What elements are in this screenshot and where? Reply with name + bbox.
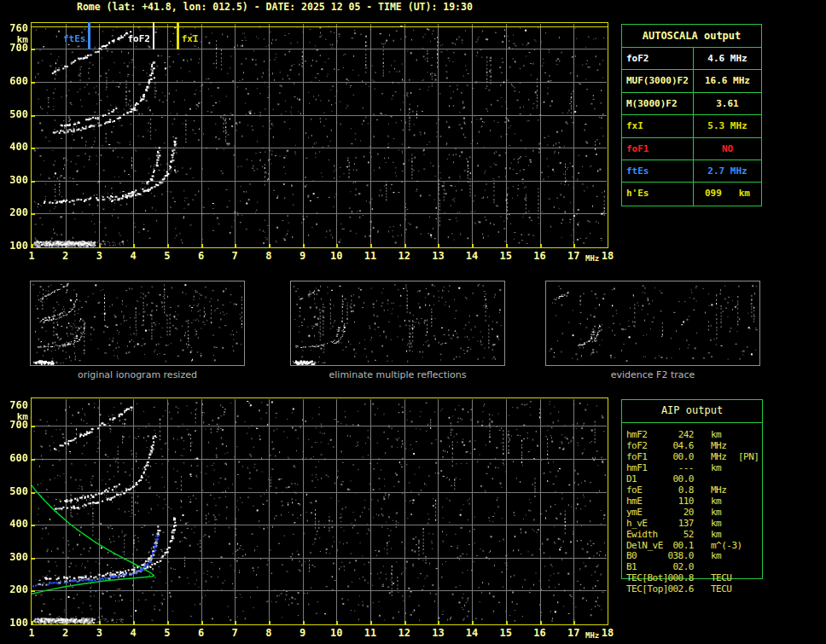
x-axis-tick-cv-bot-4: 4 bbox=[125, 628, 142, 639]
x-axis-tick-cv-bot-10: 10 bbox=[328, 628, 345, 639]
x-axis-tick-cv-bot-6: 6 bbox=[193, 628, 210, 639]
x-axis-unit-cv-bot: MHz bbox=[585, 631, 599, 640]
autoscala-param-name: fxI bbox=[622, 115, 694, 136]
x-axis-tick-cv-bot-2: 2 bbox=[57, 628, 74, 639]
autoscala-row-hEs: h'Es099 km bbox=[622, 183, 761, 205]
aip-row-B0: B0038.0km bbox=[626, 550, 763, 561]
aip-extra: [PN] bbox=[738, 451, 759, 462]
thumbnail-original-canvas bbox=[31, 281, 244, 365]
autoscala-param-name: foF2 bbox=[622, 48, 694, 69]
x-axis-unit-cv-top: MHz bbox=[585, 254, 599, 263]
aip-val: 002.6 bbox=[650, 583, 694, 595]
x-axis-tick-cv-bot-1: 1 bbox=[23, 628, 40, 639]
ionogram-top-canvas bbox=[32, 23, 608, 247]
aip-name: ymE bbox=[626, 507, 642, 518]
aip-val: 137 bbox=[650, 518, 694, 529]
x-axis-tick-cv-top-12: 12 bbox=[396, 251, 413, 262]
marker-label-ftEs: ftEs bbox=[60, 34, 85, 44]
y-axis-tick-cv-bot-200: 200 bbox=[5, 584, 28, 595]
aip-unit: MHz bbox=[711, 440, 726, 451]
aip-unit: km bbox=[711, 518, 721, 529]
aip-unit: m^(-3) bbox=[711, 540, 742, 551]
aip-header-divider bbox=[622, 422, 762, 423]
autoscala-param-name: MUF(3000)F2 bbox=[622, 70, 694, 91]
aip-row-DelNvE: DelN_vE00.1m^(-3) bbox=[626, 540, 763, 551]
x-axis-tick-cv-top-18: 18 bbox=[599, 251, 616, 262]
aip-unit: TECU bbox=[711, 583, 732, 595]
aip-unit: km bbox=[711, 507, 721, 518]
thumbnail-eliminate-canvas bbox=[291, 281, 504, 365]
autoscala-output-screen: { "title": "Rome (lat: +41.8, lon: 012.5… bbox=[0, 0, 826, 644]
thumbnail-caption-evidence: evidence F2 trace bbox=[545, 369, 760, 380]
aip-unit: km bbox=[711, 496, 721, 507]
aip-row-B1: B102.0 bbox=[626, 561, 763, 572]
autoscala-param-name: h'Es bbox=[622, 183, 694, 205]
aip-name: foE bbox=[626, 484, 642, 496]
autoscala-param-name: ftEs bbox=[622, 160, 694, 182]
x-axis-tick-cv-bot-8: 8 bbox=[260, 628, 277, 639]
x-axis-tick-cv-top-14: 14 bbox=[463, 251, 480, 262]
y-axis-tick-cv-top-200: 200 bbox=[5, 207, 28, 218]
aip-unit: km bbox=[711, 429, 721, 440]
aip-output-table: AIP output hmF2242kmfoF204.6MHzfoF100.0M… bbox=[621, 399, 763, 579]
aip-name: B1 bbox=[626, 561, 637, 572]
aip-name: h_vE bbox=[626, 518, 648, 529]
aip-val: 242 bbox=[650, 429, 694, 440]
aip-row-hvE: h_vE137km bbox=[626, 518, 763, 529]
y-axis-tick-cv-bot-700: 700 bbox=[5, 420, 28, 431]
y-axis-tick-cv-top-600: 600 bbox=[5, 76, 28, 87]
aip-name: D1 bbox=[626, 473, 637, 484]
aip-val: 038.0 bbox=[650, 550, 694, 561]
aip-unit: TECU bbox=[711, 572, 732, 583]
aip-unit: MHz bbox=[711, 451, 726, 462]
autoscala-param-value: 16.6 MHz bbox=[694, 70, 761, 91]
autoscala-table-body: foF24.6 MHzMUF(3000)F216.6 MHzM(3000)F23… bbox=[622, 48, 761, 206]
y-axis-tick-cv-bot-600: 600 bbox=[5, 453, 28, 464]
thumbnail-original-ionogram bbox=[30, 281, 245, 366]
x-axis-tick-cv-top-4: 4 bbox=[125, 251, 142, 262]
aip-row-foE: foE0.8MHz bbox=[626, 484, 763, 496]
aip-row-foF2: foF204.6MHz bbox=[626, 440, 763, 451]
y-axis-tick-cv-bot-760: 760 bbox=[5, 400, 28, 411]
station-title: Rome (lat: +41.8, lon: 012.5) - DATE: 20… bbox=[77, 1, 473, 13]
aip-val: 20 bbox=[650, 507, 694, 518]
aip-val: 04.6 bbox=[650, 440, 694, 451]
aip-val: 00.0 bbox=[650, 473, 694, 484]
ionogram-top-plot bbox=[31, 22, 608, 248]
aip-unit: MHz bbox=[711, 484, 726, 496]
x-axis-tick-cv-bot-17: 17 bbox=[565, 628, 582, 639]
autoscala-param-value: 3.61 bbox=[694, 93, 761, 114]
aip-row-D1: D100.0 bbox=[626, 473, 763, 484]
x-axis-tick-cv-bot-11: 11 bbox=[362, 628, 379, 639]
x-axis-tick-cv-top-9: 9 bbox=[294, 251, 311, 262]
aip-val: 110 bbox=[650, 496, 694, 507]
ionogram-bottom-canvas bbox=[32, 398, 608, 624]
autoscala-row-foF2: foF24.6 MHz bbox=[622, 48, 761, 70]
aip-unit: km bbox=[711, 462, 721, 473]
autoscala-param-value: NO bbox=[694, 138, 761, 160]
autoscala-row-M3000F2: M(3000)F23.61 bbox=[622, 93, 761, 115]
autoscala-param-name: M(3000)F2 bbox=[622, 93, 694, 114]
x-axis-tick-cv-top-10: 10 bbox=[328, 251, 345, 262]
x-axis-tick-cv-bot-15: 15 bbox=[497, 628, 515, 639]
autoscala-output-table: AUTOSCALA output foF24.6 MHzMUF(3000)F21… bbox=[621, 24, 762, 206]
aip-row-ymE: ymE20km bbox=[626, 507, 763, 518]
x-axis-tick-cv-bot-3: 3 bbox=[90, 628, 108, 639]
x-axis-tick-cv-bot-9: 9 bbox=[294, 628, 311, 639]
y-axis-tick-cv-top-760: 760 bbox=[5, 23, 28, 34]
y-axis-tick-cv-top-400: 400 bbox=[5, 142, 28, 153]
aip-row-hmE: hmE110km bbox=[626, 496, 763, 507]
thumbnail-caption-eliminate: eliminate multiple reflections bbox=[290, 369, 505, 380]
aip-val: 52 bbox=[650, 529, 694, 540]
aip-name: foF1 bbox=[626, 451, 648, 462]
aip-unit: km bbox=[711, 529, 721, 540]
autoscala-param-value: 4.6 MHz bbox=[694, 48, 761, 69]
autoscala-row-foF1: foF1NO bbox=[622, 138, 761, 160]
y-axis-tick-cv-bot-300: 300 bbox=[5, 552, 28, 563]
aip-row-hmF2: hmF2242km bbox=[626, 429, 763, 440]
aip-row-Ewidth: Ewidth52km bbox=[626, 529, 763, 540]
x-axis-tick-cv-bot-5: 5 bbox=[159, 628, 176, 639]
x-axis-tick-cv-top-3: 3 bbox=[90, 251, 108, 262]
aip-row-TECTop: TEC[Top]002.6TECU bbox=[626, 583, 763, 595]
aip-row-foF1: foF100.0MHz[PN] bbox=[626, 451, 763, 462]
